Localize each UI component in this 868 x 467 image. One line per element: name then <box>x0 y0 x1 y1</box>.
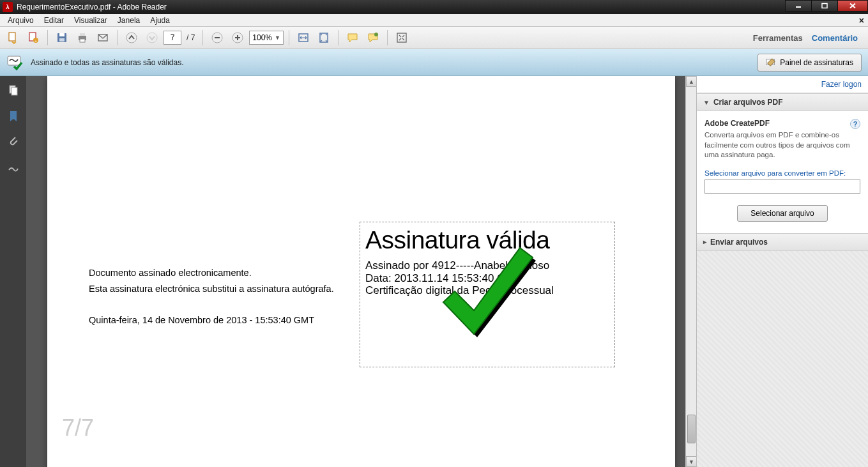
signature-panel-button[interactable]: Painel de assinaturas <box>758 54 862 72</box>
page-number-input[interactable] <box>164 31 181 45</box>
minimize-button[interactable] <box>785 0 812 11</box>
caret-down-icon: ▼ <box>703 99 710 106</box>
svg-point-15 <box>126 33 137 43</box>
right-panel: Fazer logon ▼ Criar arquivos PDF ? Adobe… <box>696 76 868 467</box>
checkmark-icon <box>434 245 545 356</box>
menubar-close-icon[interactable]: × <box>859 15 864 26</box>
scroll-up-button[interactable]: ▲ <box>686 76 696 87</box>
send-files-section-header[interactable]: ▸ Enviar arquivos <box>697 233 868 251</box>
pdf-page: Documento assinado electronicamente. Est… <box>47 76 675 467</box>
print-button[interactable] <box>73 29 91 47</box>
comment-tab[interactable]: Comentário <box>812 33 858 43</box>
caret-right-icon: ▸ <box>703 238 706 245</box>
login-link[interactable]: Fazer logon <box>821 80 862 89</box>
scroll-thumb[interactable] <box>687 415 696 443</box>
select-file-button[interactable]: Selecionar arquivo <box>737 205 827 222</box>
menu-ajuda[interactable]: Ajuda <box>145 15 175 26</box>
attachments-button[interactable] <box>4 132 23 151</box>
zoom-dropdown[interactable]: 100%▼ <box>249 31 284 45</box>
svg-rect-12 <box>80 33 85 36</box>
select-file-label: Selecionar arquivo para converter em PDF… <box>704 169 860 177</box>
menu-arquivo[interactable]: Arquivo <box>3 15 39 26</box>
document-body-text: Documento assinado electronicamente. Est… <box>89 265 334 296</box>
file-path-input[interactable] <box>704 180 860 194</box>
create-pdf-section-header[interactable]: ▼ Criar arquivos PDF <box>697 93 868 111</box>
svg-rect-13 <box>80 39 85 42</box>
svg-rect-29 <box>11 88 17 95</box>
help-icon[interactable]: ? <box>850 119 860 129</box>
close-button[interactable] <box>837 0 868 11</box>
signature-valid-icon <box>6 54 24 72</box>
create-pdf-section-body: ? Adobe CreatePDF Converta arquivos em P… <box>697 111 868 233</box>
highlight-button[interactable] <box>364 29 382 47</box>
document-viewport[interactable]: Documento assinado electronicamente. Est… <box>26 76 696 467</box>
save-button[interactable] <box>53 29 71 47</box>
thumbnails-button[interactable] <box>4 81 23 100</box>
signature-status-text: Assinado e todas as assinaturas são váli… <box>31 58 758 67</box>
login-bar: Fazer logon <box>697 76 868 93</box>
window-controls <box>786 0 868 14</box>
create-pdf-button[interactable]: + <box>24 29 42 47</box>
page-total-label: / 7 <box>184 33 197 42</box>
vertical-scrollbar[interactable]: ▲ ▼ <box>685 76 696 467</box>
svg-rect-4 <box>9 33 15 41</box>
page-folio: 7/7 <box>62 415 94 441</box>
createpdf-title: Adobe CreatePDF <box>704 119 770 128</box>
left-nav-rail <box>0 76 26 467</box>
svg-point-24 <box>374 33 378 36</box>
fit-page-button[interactable] <box>315 29 333 47</box>
fit-width-button[interactable] <box>294 29 312 47</box>
svg-rect-1 <box>822 4 827 8</box>
svg-point-16 <box>147 33 157 43</box>
right-panel-filler <box>697 251 868 467</box>
createpdf-desc: Converta arquivos em PDF e combine-os fa… <box>704 130 860 160</box>
menubar: Arquivo Editar Visualizar Janela Ajuda × <box>0 14 868 27</box>
signature-box[interactable]: Assinatura válida Assinado por 4912-----… <box>360 222 615 367</box>
signature-status-bar: Assinado e todas as assinaturas são váli… <box>0 49 868 76</box>
export-pdf-button[interactable] <box>4 29 22 47</box>
menu-janela[interactable]: Janela <box>112 15 145 26</box>
read-mode-button[interactable] <box>393 29 411 47</box>
titlebar: λ RequerimentoExecutivo.pdf - Adobe Read… <box>0 0 868 14</box>
menu-editar[interactable]: Editar <box>39 15 69 26</box>
comment-button[interactable] <box>344 29 362 47</box>
main-area: Documento assinado electronicamente. Est… <box>0 76 868 467</box>
signatures-rail-button[interactable] <box>4 158 23 177</box>
maximize-button[interactable] <box>811 0 838 11</box>
tools-tab[interactable]: Ferramentas <box>753 33 803 43</box>
zoom-out-button[interactable] <box>208 29 226 47</box>
toolbar: + / 7 100%▼ Ferramentas Comentário <box>0 27 868 49</box>
pen-icon <box>766 57 776 68</box>
app-icon: λ <box>3 2 13 12</box>
page-up-button[interactable] <box>123 29 141 47</box>
menu-visualizar[interactable]: Visualizar <box>69 15 112 26</box>
document-date-text: Quinta-feira, 14 de Novembro de 2013 - 1… <box>89 315 314 325</box>
bookmarks-button[interactable] <box>4 107 23 126</box>
svg-rect-10 <box>59 38 65 42</box>
scroll-down-button[interactable]: ▼ <box>686 456 696 467</box>
caret-down-icon: ▼ <box>275 34 280 41</box>
svg-rect-25 <box>397 33 406 42</box>
svg-text:+: + <box>34 39 37 43</box>
email-button[interactable] <box>94 29 112 47</box>
svg-rect-9 <box>59 33 65 36</box>
window-title: RequerimentoExecutivo.pdf - Adobe Reader <box>17 3 786 11</box>
page-down-button[interactable] <box>143 29 161 47</box>
zoom-in-button[interactable] <box>229 29 247 47</box>
